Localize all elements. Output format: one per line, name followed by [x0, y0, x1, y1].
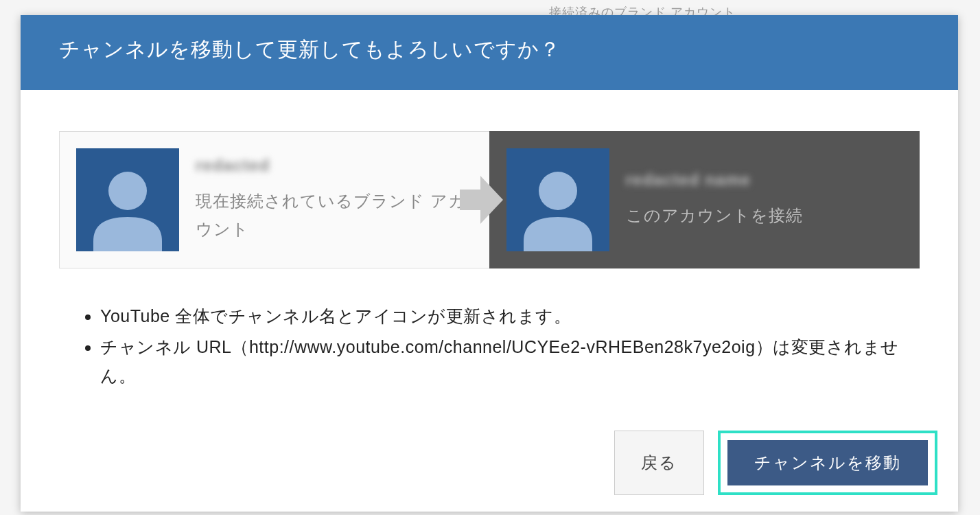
source-account-card: redacted 現在接続されているブランド アカウント	[59, 131, 489, 268]
confirm-move-dialog: チャンネルを移動して更新してもよろしいですか？ redacted 現在接続されて…	[21, 15, 958, 512]
dialog-body: redacted 現在接続されているブランド アカウント redacted	[21, 90, 958, 413]
source-account-name-redacted: redacted	[196, 156, 473, 175]
target-account-text: redacted name このアカウントを接続	[626, 170, 903, 230]
svg-point-1	[539, 172, 577, 210]
accounts-row: redacted 現在接続されているブランド アカウント redacted	[59, 131, 920, 268]
target-account-description: このアカウントを接続	[626, 202, 903, 230]
info-item-2: チャンネル URL（http://www.youtube.com/channel…	[100, 332, 920, 391]
info-item-1: YouTube 全体でチャンネル名とアイコンが更新されます。	[100, 301, 920, 331]
target-account-name-redacted: redacted name	[626, 170, 903, 190]
info-list: YouTube 全体でチャンネル名とアイコンが更新されます。 チャンネル URL…	[59, 301, 920, 391]
source-account-text: redacted 現在接続されているブランド アカウント	[196, 156, 473, 244]
target-avatar	[506, 148, 609, 251]
channel-url: http://www.youtube.com/channel/UCYEe2-vR…	[249, 337, 756, 356]
person-icon	[517, 162, 599, 251]
dialog-footer: 戻る チャンネルを移動	[21, 413, 958, 512]
arrow-icon	[456, 172, 504, 227]
source-avatar	[76, 148, 179, 251]
move-channel-button[interactable]: チャンネルを移動	[727, 440, 928, 485]
person-icon	[86, 162, 169, 251]
svg-point-0	[108, 172, 147, 210]
back-button[interactable]: 戻る	[614, 431, 704, 495]
target-account-card: redacted name このアカウントを接続	[489, 131, 920, 268]
dialog-title: チャンネルを移動して更新してもよろしいですか？	[21, 15, 958, 90]
info-item-2-prefix: チャンネル URL（	[100, 337, 249, 356]
source-account-description: 現在接続されているブランド アカウント	[196, 187, 473, 244]
primary-button-highlight: チャンネルを移動	[718, 431, 937, 495]
